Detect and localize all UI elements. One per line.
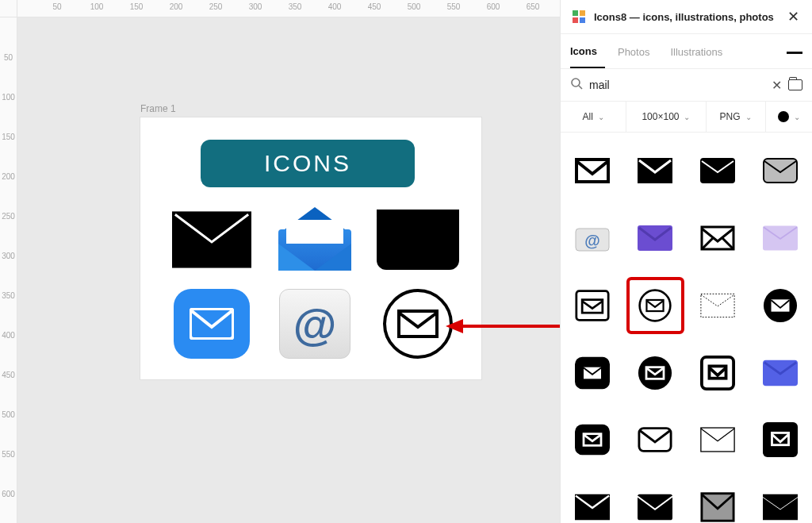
chevron-down-icon: ⌄	[598, 113, 604, 121]
svg-rect-15	[576, 160, 608, 182]
result-item[interactable]	[565, 413, 620, 467]
clear-icon[interactable]: ✕	[772, 78, 782, 93]
menu-icon[interactable]	[787, 47, 802, 60]
ruler-tick: 550	[2, 450, 15, 459]
svg-rect-40	[639, 429, 671, 452]
result-item[interactable]	[628, 345, 683, 400]
mail-icon	[638, 153, 672, 188]
results-area[interactable]: @	[561, 133, 812, 523]
result-item[interactable]	[628, 211, 683, 266]
result-item[interactable]	[628, 413, 683, 467]
tab-illustrations[interactable]: Illustrations	[670, 38, 730, 67]
svg-point-26	[640, 290, 671, 321]
search-row: ✕	[561, 69, 812, 102]
search-input[interactable]	[589, 75, 765, 94]
ruler-tick: 450	[368, 2, 381, 11]
ruler-tick: 600	[2, 490, 15, 498]
svg-rect-17	[700, 158, 735, 183]
filter-format[interactable]: PNG⌄	[707, 102, 766, 132]
result-item[interactable]	[565, 480, 620, 523]
result-item[interactable]	[628, 144, 683, 198]
svg-rect-12	[580, 17, 585, 23]
result-item[interactable]	[691, 279, 745, 333]
frame-1[interactable]: ICONS @	[140, 117, 481, 379]
mail-square-icon	[700, 356, 735, 390]
mail-icon	[763, 356, 798, 390]
svg-rect-30	[771, 299, 789, 311]
result-item[interactable]	[691, 480, 745, 523]
ruler-corner	[0, 0, 17, 17]
close-icon[interactable]: ✕	[784, 6, 802, 27]
icons-title-button[interactable]: ICONS	[201, 140, 415, 187]
frame-icon[interactable]	[172, 205, 251, 275]
result-item[interactable]	[753, 211, 807, 266]
ruler-tick: 550	[447, 2, 461, 11]
ruler-tick: 150	[130, 2, 144, 11]
ruler-tick: 50	[52, 2, 61, 11]
result-item[interactable]	[753, 279, 807, 333]
frame-icon[interactable]	[275, 205, 354, 275]
result-item[interactable]	[691, 345, 745, 400]
mail-rounded-icon	[575, 356, 610, 390]
frame-label[interactable]: Frame 1	[140, 103, 176, 114]
svg-rect-10	[580, 10, 585, 16]
mail-icon	[575, 490, 610, 523]
svg-rect-42	[763, 422, 798, 457]
ruler-vertical: 50 100 150 200 250 300 350 400 450 500 5…	[0, 17, 17, 523]
mail-circle-solid-icon	[763, 288, 798, 323]
mail-icon	[700, 490, 735, 523]
tab-photos[interactable]: Photos	[618, 38, 657, 67]
frame-icon[interactable]	[378, 289, 458, 359]
result-item[interactable]	[691, 144, 745, 198]
icons8-logo-icon	[570, 8, 588, 25]
frame-icon[interactable]: @	[275, 289, 354, 359]
result-item-selected[interactable]	[628, 279, 683, 333]
frame-icon[interactable]	[378, 205, 458, 275]
filter-style-label: All	[583, 111, 593, 122]
ruler-tick: 250	[209, 2, 223, 11]
panel-header: Icons8 — icons, illustrations, photos ✕	[561, 0, 812, 34]
result-item[interactable]	[628, 480, 683, 523]
svg-point-4	[385, 290, 451, 357]
svg-rect-18	[764, 159, 797, 183]
svg-line-14	[579, 86, 582, 89]
design-canvas-area[interactable]: 50 100 150 200 250 300 350 400 450 500 5…	[0, 0, 560, 523]
panel-title: Icons8 — icons, illustrations, photos	[594, 11, 778, 23]
svg-rect-28	[701, 294, 734, 317]
result-item[interactable]	[753, 413, 807, 467]
mail-icon	[638, 422, 672, 457]
frame-icon[interactable]	[172, 289, 251, 359]
ruler-tick: 300	[2, 252, 15, 260]
result-item[interactable]	[565, 279, 620, 333]
svg-point-33	[638, 356, 672, 390]
mail-icon	[575, 153, 610, 188]
result-item[interactable]: @	[565, 211, 620, 266]
svg-rect-5	[399, 311, 437, 336]
result-item[interactable]	[691, 413, 745, 467]
result-item[interactable]	[565, 345, 620, 400]
filter-size[interactable]: 100×100⌄	[626, 102, 706, 132]
svg-rect-32	[584, 367, 601, 379]
result-item[interactable]	[753, 480, 807, 523]
frame-icon-grid: @	[172, 205, 450, 359]
tab-icons[interactable]: Icons	[570, 37, 605, 68]
folder-icon[interactable]	[788, 79, 802, 90]
chevron-down-icon: ⌄	[745, 113, 752, 121]
result-item[interactable]	[565, 144, 620, 198]
mail-icon	[638, 221, 672, 256]
filter-style[interactable]: All⌄	[561, 102, 626, 132]
canvas[interactable]: Frame 1 ICONS @	[17, 17, 560, 523]
filter-color[interactable]: ⌄	[766, 102, 812, 132]
result-item[interactable]	[691, 211, 745, 266]
icons8-plugin-panel: Icons8 — icons, illustrations, photos ✕ …	[560, 0, 812, 523]
filter-bar: All⌄ 100×100⌄ PNG⌄ ⌄	[561, 102, 812, 133]
mail-square-solid-icon	[763, 422, 798, 457]
icons-title-text: ICONS	[264, 150, 351, 177]
ruler-tick: 500	[2, 410, 15, 419]
ruler-tick: 350	[289, 2, 302, 11]
result-item[interactable]	[753, 144, 807, 198]
ruler-tick: 100	[90, 2, 104, 11]
result-item[interactable]	[753, 345, 807, 400]
ruler-tick: 50	[4, 53, 13, 62]
ruler-tick: 300	[249, 2, 262, 11]
